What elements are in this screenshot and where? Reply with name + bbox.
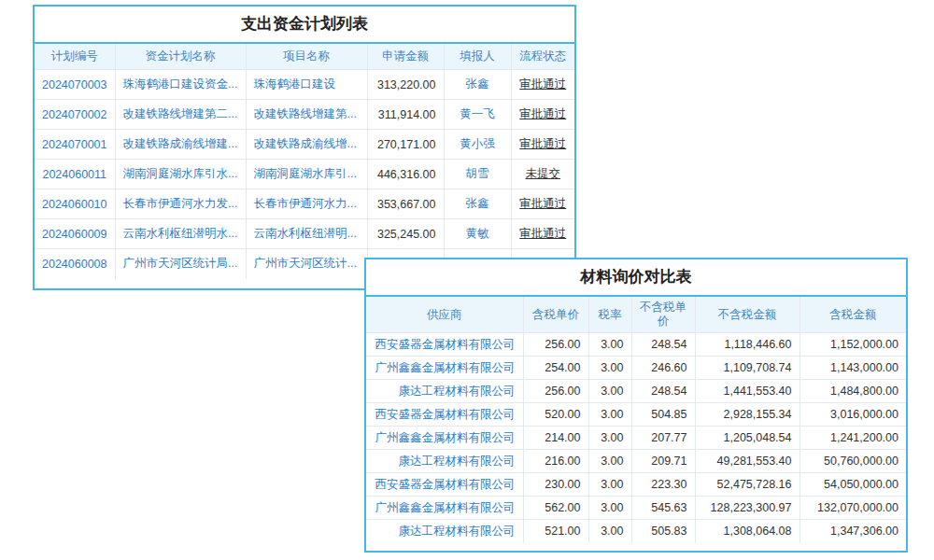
amount-no-tax-cell: 1,109,708.74 [695,357,800,380]
filler-link[interactable]: 黄敏 [466,227,489,240]
price-with-tax-cell: 256.00 [523,333,588,357]
plan-table-row: 2024060011 湖南洞庭湖水库引水... 湖南洞庭湖水库引... 446,… [35,160,574,189]
status-cell: 审批通过 [511,189,574,219]
filler-link[interactable]: 张鑫 [466,77,489,91]
supplier-link[interactable]: 康达工程材料有限公司 [399,455,516,468]
supplier-link[interactable]: 康达工程材料有限公司 [399,385,516,398]
plan-table-row: 2024070002 改建铁路线增建第二... 改建铁路线增建第... 311,… [35,100,574,130]
supplier-link[interactable]: 广州鑫鑫金属材料有限公司 [375,501,516,514]
filler-cell: 黄小强 [444,130,511,160]
fund-name-link[interactable]: 湖南洞庭湖水库引水... [123,167,238,180]
fund-name-link[interactable]: 改建铁路成渝线增建... [123,137,238,150]
price-with-tax-cell: 230.00 [523,473,588,497]
tax-rate-cell: 3.00 [588,497,631,520]
price-no-tax-cell: 504.85 [631,403,695,427]
supplier-link[interactable]: 西安盛器金属材料有限公司 [375,478,516,491]
fund-name-link[interactable]: 广州市天河区统计局... [123,257,238,270]
tax-rate-cell: 3.00 [588,520,631,543]
supplier-cell: 康达工程材料有限公司 [366,520,523,543]
col-header-amount-with-tax: 含税金额 [800,297,906,333]
plan-no-link[interactable]: 2024060009 [42,228,107,241]
status-cell: 审批通过 [511,70,574,100]
expenditure-plan-title: 支出资金计划列表 [35,7,574,44]
status-cell: 审批通过 [511,130,574,160]
amount-with-tax-cell: 54,050,000.00 [800,473,906,497]
status-cell: 审批通过 [511,100,574,130]
fund-name-cell: 湖南洞庭湖水库引水... [115,160,246,189]
filler-link[interactable]: 黄一飞 [460,107,495,120]
tax-rate-cell: 3.00 [588,380,631,403]
project-name-link[interactable]: 长春市伊通河水力... [254,197,357,210]
project-name-cell: 广州市天河区统计... [246,249,367,279]
material-quote-table: 供应商 含税单价 税率 不含税单价 不含税金额 含税金额 西安盛器金属材料有限公… [366,297,906,543]
price-no-tax-cell: 207.77 [631,427,695,450]
fund-name-link[interactable]: 改建铁路线增建第二... [123,107,238,120]
project-name-link[interactable]: 广州市天河区统计... [254,257,357,270]
plan-no-link[interactable]: 2024060010 [42,198,107,211]
supplier-cell: 广州鑫鑫金属材料有限公司 [366,427,523,450]
fund-name-cell: 长春市伊通河水力发... [115,189,246,219]
filler-cell: 胡雪 [444,160,511,189]
fund-name-cell: 云南水利枢纽潜明水... [115,219,246,249]
quote-table-row: 广州鑫鑫金属材料有限公司 562.00 3.00 545.63 128,223,… [366,497,906,520]
project-name-link[interactable]: 改建铁路线增建第... [254,107,357,120]
plan-no-link[interactable]: 2024060011 [42,168,106,181]
price-with-tax-cell: 214.00 [523,427,588,450]
status-link[interactable]: 审批通过 [519,137,566,150]
plan-table-row: 2024070001 改建铁路成渝线增建... 改建铁路成渝线增... 270,… [35,130,574,160]
status-cell: 未提交 [511,160,574,189]
quote-table-row: 西安盛器金属材料有限公司 520.00 3.00 504.85 2,928,15… [366,403,906,427]
project-name-link[interactable]: 改建铁路成渝线增... [254,137,357,150]
status-link[interactable]: 未提交 [526,167,561,180]
status-link[interactable]: 审批通过 [519,227,566,240]
amount-cell: 313,220.00 [367,70,444,100]
plan-table-row: 2024060009 云南水利枢纽潜明水... 云南水利枢纽潜明... 325,… [35,219,574,249]
filler-link[interactable]: 胡雪 [466,167,489,180]
amount-no-tax-cell: 49,281,553.40 [695,450,800,473]
status-link[interactable]: 审批通过 [519,107,566,120]
supplier-link[interactable]: 广州鑫鑫金属材料有限公司 [375,431,516,444]
project-name-link[interactable]: 珠海鹤港口建设 [254,77,336,91]
project-name-link[interactable]: 湖南洞庭湖水库引... [254,167,357,180]
price-no-tax-cell: 248.54 [631,333,695,357]
col-header-tax-rate: 税率 [588,297,631,333]
supplier-link[interactable]: 西安盛器金属材料有限公司 [375,338,516,351]
supplier-link[interactable]: 广州鑫鑫金属材料有限公司 [375,361,516,374]
plan-table-body: 2024070003 珠海鹤港口建设资金... 珠海鹤港口建设 313,220.… [35,70,574,279]
plan-no-cell: 2024070002 [35,100,115,130]
filler-link[interactable]: 黄小强 [460,137,495,150]
project-name-link[interactable]: 云南水利枢纽潜明... [254,227,357,240]
project-name-cell: 云南水利枢纽潜明... [246,219,367,249]
fund-name-cell: 改建铁路线增建第二... [115,100,246,130]
price-with-tax-cell: 254.00 [523,357,588,380]
tax-rate-cell: 3.00 [588,357,631,380]
plan-no-link[interactable]: 2024060008 [42,258,107,271]
fund-name-link[interactable]: 云南水利枢纽潜明水... [123,227,238,240]
price-with-tax-cell: 562.00 [523,497,588,520]
material-quote-title: 材料询价对比表 [366,259,906,297]
plan-no-link[interactable]: 2024070002 [42,108,107,121]
quote-table-row: 广州鑫鑫金属材料有限公司 254.00 3.00 246.60 1,109,70… [366,357,906,380]
project-name-cell: 湖南洞庭湖水库引... [246,160,367,189]
expenditure-plan-panel: 支出资金计划列表 计划编号 资金计划名称 项目名称 申请金额 填报人 流程状态 … [33,5,576,290]
project-name-cell: 改建铁路线增建第... [246,100,367,130]
quote-table-row: 康达工程材料有限公司 521.00 3.00 505.83 1,308,064.… [366,520,906,543]
amount-with-tax-cell: 3,016,000.00 [800,403,906,427]
amount-with-tax-cell: 1,347,306.00 [800,520,906,543]
fund-name-link[interactable]: 珠海鹤港口建设资金... [123,77,238,91]
status-link[interactable]: 审批通过 [519,197,566,210]
supplier-cell: 广州鑫鑫金属材料有限公司 [366,357,523,380]
fund-name-link[interactable]: 长春市伊通河水力发... [123,197,238,210]
supplier-link[interactable]: 西安盛器金属材料有限公司 [375,408,516,421]
tax-rate-cell: 3.00 [588,333,631,357]
filler-link[interactable]: 张鑫 [466,197,489,210]
price-with-tax-cell: 256.00 [523,380,588,403]
status-link[interactable]: 审批通过 [519,77,566,91]
plan-no-link[interactable]: 2024070001 [42,138,107,151]
amount-no-tax-cell: 1,118,446.60 [695,333,800,357]
amount-no-tax-cell: 2,928,155.34 [695,403,800,427]
amount-cell: 311,914.00 [367,100,444,130]
amount-with-tax-cell: 1,241,200.00 [800,427,906,450]
plan-no-link[interactable]: 2024070003 [42,78,107,91]
supplier-link[interactable]: 康达工程材料有限公司 [399,525,516,538]
